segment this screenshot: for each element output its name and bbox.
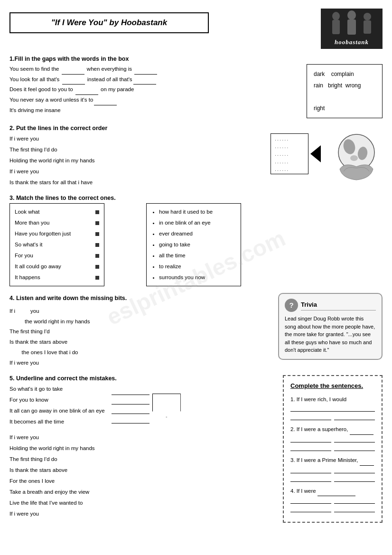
- dotted-line4: ......: [275, 159, 304, 164]
- blank[interactable]: [9, 349, 20, 355]
- blank[interactable]: [62, 64, 84, 75]
- blank[interactable]: [51, 329, 60, 334]
- ex3-content: Look what More than you Have you forgott…: [9, 203, 383, 286]
- match-dot: [95, 254, 99, 258]
- exercise-1: 1.Fill in the gaps with the words in the…: [9, 56, 383, 118]
- match-dot: [95, 221, 99, 225]
- ex5-row: 5. Underline and correct the mistakes. S…: [9, 375, 383, 523]
- match-right-item: all the time: [159, 250, 236, 261]
- match-item: Look what: [15, 207, 99, 217]
- two-col-lines: [290, 414, 375, 420]
- complete-item-1: 1. If I were rich, I would: [290, 395, 375, 421]
- ex2-line5: Is thank the stars for all that i have: [9, 177, 267, 188]
- trivia-header: ? Trivia: [285, 299, 376, 312]
- answer-line[interactable]: [290, 444, 331, 451]
- answer-line[interactable]: [290, 506, 331, 512]
- answer-line[interactable]: [334, 414, 375, 420]
- svg-point-4: [364, 13, 371, 20]
- ex5-bottom-line4: Is thank the stars above: [9, 465, 276, 476]
- svg-rect-1: [332, 20, 340, 34]
- ex4-line2: the world right in my hands: [9, 317, 271, 327]
- answer-line[interactable]: [334, 497, 375, 504]
- ex5-mistake1: So what's it go to take: [9, 384, 105, 395]
- blank[interactable]: [134, 64, 157, 75]
- match-right-item: to realize: [159, 261, 236, 272]
- ex1-text: You seem to find the when everything is …: [9, 64, 300, 115]
- exercise-2: 2. Put the lines in the correct order If…: [9, 125, 383, 188]
- ex4-line6: If i were you: [9, 358, 271, 368]
- ex5-mistake4: It becomes all the time: [9, 416, 105, 427]
- ex2-line2: The first thing I'd do: [9, 144, 267, 155]
- ex1-line2: You look for all that's instead of all t…: [9, 75, 300, 85]
- ex2-lines: If i were you The first thing I'd do Hol…: [9, 133, 267, 188]
- blank[interactable]: [75, 85, 98, 95]
- match-dot: [95, 243, 99, 247]
- answer-line[interactable]: [112, 398, 149, 404]
- ex2-line1: If i were you: [9, 133, 267, 144]
- ex1-line3: Does it feel good to you to on my parade: [9, 85, 300, 95]
- complete-item-lines: [290, 405, 375, 420]
- ex3-title: 3. Match the lines to the correct ones.: [9, 195, 383, 201]
- two-col-lines: [290, 506, 375, 512]
- word: bright: [328, 82, 342, 89]
- ex4-line5: the ones I love that i do: [9, 348, 271, 358]
- globe-container: [330, 129, 383, 182]
- match-right-item: surrounds you now: [159, 272, 236, 283]
- match-text: Look what: [15, 207, 39, 217]
- match-box-right: how hard it used to be in one blink of a…: [146, 203, 241, 286]
- complete-item-text: 3. If I were a Prime Minister,: [290, 456, 375, 466]
- trivia-label: Trivia: [301, 300, 376, 311]
- answer-line[interactable]: [112, 407, 149, 414]
- answer-line[interactable]: [290, 497, 331, 504]
- complete-item-lines: [290, 436, 375, 451]
- answer-line[interactable]: [290, 414, 331, 420]
- blank[interactable]: [17, 308, 29, 314]
- ex5-answer-lines: [112, 388, 149, 423]
- two-col-lines: [290, 467, 375, 473]
- ex4-text: 4. Listen and write down the missing bit…: [9, 293, 271, 368]
- blank[interactable]: [133, 75, 156, 85]
- answer-line[interactable]: [290, 467, 331, 473]
- match-text: For you: [15, 250, 33, 261]
- ex5-bottom-line3: The first thing I'd do: [9, 454, 276, 465]
- svg-rect-3: [347, 19, 356, 35]
- match-item: So what's it: [15, 239, 99, 250]
- complete-item-text: 4. If I were: [290, 487, 375, 497]
- ex5-mistake2: For you to know: [9, 395, 105, 405]
- answer-line[interactable]: [290, 475, 331, 482]
- answer-line[interactable]: [290, 405, 375, 412]
- blank[interactable]: [62, 75, 85, 85]
- blank[interactable]: [9, 319, 23, 324]
- answer-line[interactable]: [112, 417, 149, 423]
- match-item: For you: [15, 250, 99, 261]
- worksheet-title: "If I Were You" by Hoobastank: [9, 12, 209, 33]
- answer-line[interactable]: [334, 475, 375, 482]
- match-dot: [95, 232, 99, 236]
- dotted-line2: ......: [275, 143, 304, 149]
- answer-line[interactable]: [290, 436, 331, 442]
- ex2-line4: If i were you: [9, 166, 267, 177]
- ex5-bottom-line2: Holding the world right in my hands: [9, 443, 276, 454]
- ex2-title: 2. Put the lines in the correct order: [9, 125, 383, 132]
- exercise-4: 4. Listen and write down the missing bit…: [9, 293, 383, 368]
- answer-line[interactable]: [334, 467, 375, 473]
- ex5-arrow-box: So what's it go to take For you to know …: [9, 384, 276, 427]
- answer-line[interactable]: [334, 444, 375, 451]
- complete-item-text: 2. If I were a superhero,: [290, 425, 375, 435]
- word-row4: right: [314, 103, 375, 114]
- ex1-line1: You seem to find the when everything is: [9, 64, 300, 75]
- ex2-arrow-row: ...... ...... ...... ...... ......: [271, 133, 321, 174]
- match-right-list: how hard it used to be in one blink of a…: [151, 207, 236, 283]
- answer-line[interactable]: [334, 436, 375, 442]
- word: rain: [314, 82, 323, 89]
- match-item: It all could go away: [15, 261, 99, 272]
- answer-line[interactable]: [334, 506, 375, 512]
- complete-title: Complete the sentences.: [290, 381, 375, 391]
- two-col-lines: [290, 436, 375, 442]
- match-dot: [95, 276, 99, 280]
- blank[interactable]: [94, 95, 117, 105]
- match-right-item: in one blink of an eye: [159, 217, 236, 228]
- svg-point-10: [350, 155, 358, 161]
- answer-line[interactable]: [112, 388, 149, 395]
- word-row2: rain bright wrong: [314, 80, 375, 91]
